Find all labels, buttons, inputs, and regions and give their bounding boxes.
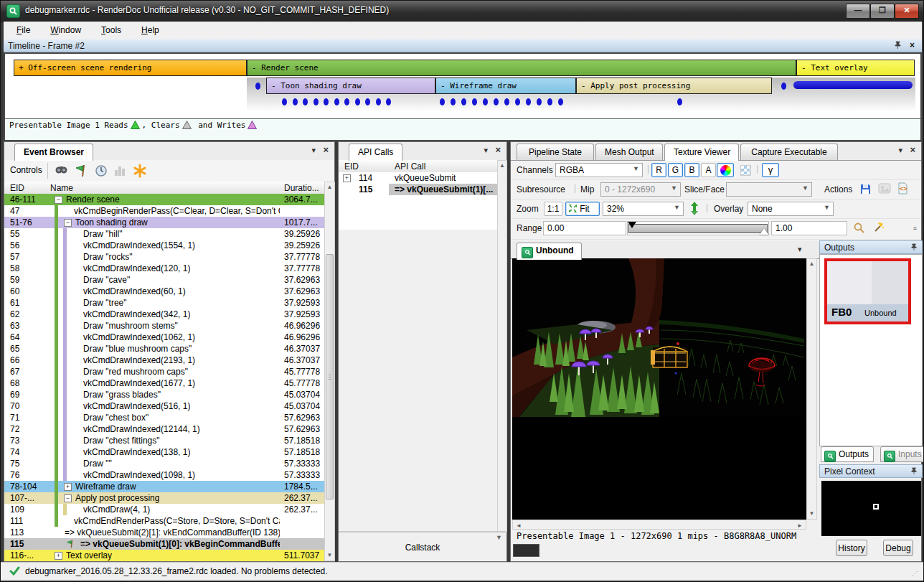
close-button[interactable]: ✕ bbox=[895, 4, 919, 19]
scroll-up-icon[interactable]: ▲ bbox=[498, 161, 506, 171]
range-min-field[interactable]: 0.00 bbox=[543, 221, 626, 235]
close-icon[interactable]: × bbox=[495, 144, 501, 155]
table-row[interactable]: 63Draw "mushroom stems"46.96296 bbox=[4, 320, 324, 332]
table-row[interactable]: 109vkCmdDraw(4, 1)262.37... bbox=[4, 504, 324, 515]
close-icon[interactable]: × bbox=[910, 40, 915, 50]
timer-clock-icon[interactable] bbox=[93, 163, 110, 180]
close-icon[interactable]: × bbox=[323, 144, 329, 155]
table-row[interactable]: 116-...+Text overlay511.7037 bbox=[4, 550, 324, 561]
draw-event-dot[interactable] bbox=[483, 98, 488, 105]
tab-inputs[interactable]: Inputs bbox=[880, 446, 924, 462]
column-api-call[interactable]: API Call bbox=[395, 161, 425, 172]
resize-grip[interactable]: ⋰ bbox=[912, 570, 918, 577]
table-row[interactable]: 72vkCmdDrawIndexed(12144, 1)57.62963 bbox=[4, 423, 324, 435]
channel-a-button[interactable]: A bbox=[701, 163, 716, 177]
scroll-right-icon[interactable]: ► bbox=[797, 522, 803, 529]
timeline-marker-bar[interactable]: - Wireframe draw bbox=[435, 78, 576, 94]
draw-event-dot[interactable] bbox=[526, 98, 531, 105]
draw-event-dot[interactable] bbox=[461, 98, 466, 105]
scroll-down-icon[interactable]: ▼ bbox=[807, 509, 816, 519]
debug-button[interactable]: Debug bbox=[883, 540, 913, 556]
slice-face-dropdown[interactable]: ▼ bbox=[726, 182, 812, 197]
range-white-point-handle[interactable] bbox=[760, 228, 768, 235]
timeline-marker-bar[interactable]: + Off-screen scene rendering bbox=[14, 60, 247, 76]
history-button[interactable]: History bbox=[836, 540, 867, 556]
draw-event-dot[interactable] bbox=[472, 98, 477, 105]
column-eid[interactable]: EID bbox=[344, 161, 359, 172]
texture-hscrollbar[interactable]: ◄ ► bbox=[512, 520, 806, 530]
chevron-down-icon[interactable]: ▼ bbox=[496, 534, 502, 541]
table-row[interactable]: 115=> vkQueueSubmit(1)[0]: vkBeginComman… bbox=[4, 538, 324, 550]
table-row[interactable]: 113=> vkQueueSubmit(2)[1]: vkEndCommandB… bbox=[4, 527, 324, 538]
color-wheel-icon[interactable] bbox=[717, 163, 734, 177]
timeline-body[interactable]: + Off-screen scene rendering- Render sce… bbox=[4, 52, 922, 141]
draw-events-pill[interactable] bbox=[793, 81, 913, 89]
collapse-icon[interactable]: − bbox=[64, 219, 72, 227]
overflow-icon[interactable]: ≡ bbox=[913, 225, 917, 232]
tab-mesh-output[interactable]: Mesh Output bbox=[595, 144, 663, 160]
timeline-marker-bar[interactable]: - Text overlay bbox=[796, 60, 915, 76]
find-icon[interactable] bbox=[53, 163, 70, 180]
channels-dropdown[interactable]: RGBA▼ bbox=[555, 163, 643, 177]
texture-display[interactable] bbox=[512, 258, 806, 520]
callstack-section[interactable]: ▼ Callstack bbox=[339, 531, 506, 561]
chevron-down-icon[interactable]: ▾ bbox=[484, 146, 488, 155]
expand-icon[interactable]: + bbox=[55, 552, 62, 560]
draw-event-dot[interactable] bbox=[558, 98, 563, 105]
chevron-down-icon[interactable]: ▾ bbox=[898, 146, 902, 155]
draw-event-dot[interactable] bbox=[334, 98, 339, 105]
draw-event-dot[interactable] bbox=[303, 98, 308, 105]
table-row[interactable]: 75Draw ""57.33333 bbox=[4, 458, 324, 469]
draw-event-dot[interactable] bbox=[440, 98, 445, 105]
draw-event-dot[interactable] bbox=[376, 98, 381, 105]
api-call-row[interactable]: 115=> vkQueueSubmit(1)[... bbox=[339, 184, 498, 195]
table-row[interactable]: 64vkCmdDrawIndexed(1062, 1)46.96296 bbox=[4, 332, 324, 343]
draw-event-dot[interactable] bbox=[255, 83, 260, 90]
table-row[interactable]: 71Draw "chest box"57.62963 bbox=[4, 412, 324, 423]
draw-event-dot[interactable] bbox=[494, 98, 499, 105]
timeline-marker-bar[interactable]: - Toon shading draw bbox=[266, 78, 435, 94]
tab-api-calls[interactable]: API Calls bbox=[349, 144, 402, 161]
pin-icon[interactable] bbox=[910, 243, 918, 253]
draw-event-dot[interactable] bbox=[282, 98, 287, 105]
maximize-button[interactable]: ❐ bbox=[870, 4, 895, 19]
zoom-level-dropdown[interactable]: 32%▼ bbox=[603, 202, 684, 216]
overlay-dropdown[interactable]: None▼ bbox=[748, 202, 834, 216]
zoom-range-icon[interactable] bbox=[853, 222, 866, 237]
draw-event-dot[interactable] bbox=[537, 98, 542, 105]
scroll-up-icon[interactable]: ▲ bbox=[807, 259, 816, 269]
draw-event-dot[interactable] bbox=[677, 98, 682, 105]
table-row[interactable]: 68vkCmdDrawIndexed(1677, 1)45.77778 bbox=[4, 377, 324, 389]
draw-event-dot[interactable] bbox=[504, 98, 509, 105]
range-slider[interactable] bbox=[627, 221, 769, 235]
gamma-button[interactable]: γ bbox=[762, 163, 779, 177]
mip-dropdown[interactable]: 0 - 1272x690▼ bbox=[600, 182, 681, 197]
draw-event-dot[interactable] bbox=[515, 98, 520, 105]
draw-event-dot[interactable] bbox=[314, 98, 319, 105]
draw-event-dot[interactable] bbox=[547, 98, 552, 105]
outputs-panel-header[interactable]: Outputs bbox=[819, 240, 923, 254]
draw-event-dot[interactable] bbox=[324, 98, 329, 105]
range-black-point-handle[interactable] bbox=[628, 222, 636, 228]
table-row[interactable]: 78-104+Wireframe draw1784.5... bbox=[4, 481, 324, 492]
tab-texture-viewer[interactable]: Texture Viewer bbox=[664, 144, 739, 161]
range-max-field[interactable]: 1.00 bbox=[771, 221, 847, 235]
minimize-button[interactable]: — bbox=[846, 4, 870, 19]
fb0-thumbnail[interactable]: FB0 Unbound bbox=[824, 258, 911, 324]
table-row[interactable]: 74vkCmdDrawIndexed(138, 1)57.18518 bbox=[4, 446, 324, 458]
event-table-header[interactable]: EID Name Duratio... bbox=[4, 182, 324, 194]
texture-vscrollbar[interactable]: ▲ ▼ bbox=[806, 258, 817, 520]
save-icon[interactable] bbox=[859, 183, 872, 197]
pixel-context-view[interactable] bbox=[821, 481, 921, 536]
zoom-fit-button[interactable]: Fit bbox=[565, 202, 600, 216]
pin-icon[interactable] bbox=[910, 467, 918, 477]
table-row[interactable]: 111vkCmdEndRenderPass(C=Store, D=Store, … bbox=[4, 515, 324, 527]
table-row[interactable]: 69Draw "grass blades"45.03704 bbox=[4, 389, 324, 400]
draw-event-dot[interactable] bbox=[451, 98, 456, 105]
tab-pipeline-state[interactable]: Pipeline State bbox=[517, 144, 594, 160]
export-xml-icon[interactable]: <> bbox=[896, 182, 909, 197]
collapse-icon[interactable]: − bbox=[64, 494, 72, 502]
event-browser-scrollbar[interactable]: ▲ ▼ bbox=[324, 182, 335, 561]
column-duration[interactable]: Duratio... bbox=[284, 183, 319, 193]
scroll-down-icon[interactable]: ▼ bbox=[325, 550, 334, 560]
